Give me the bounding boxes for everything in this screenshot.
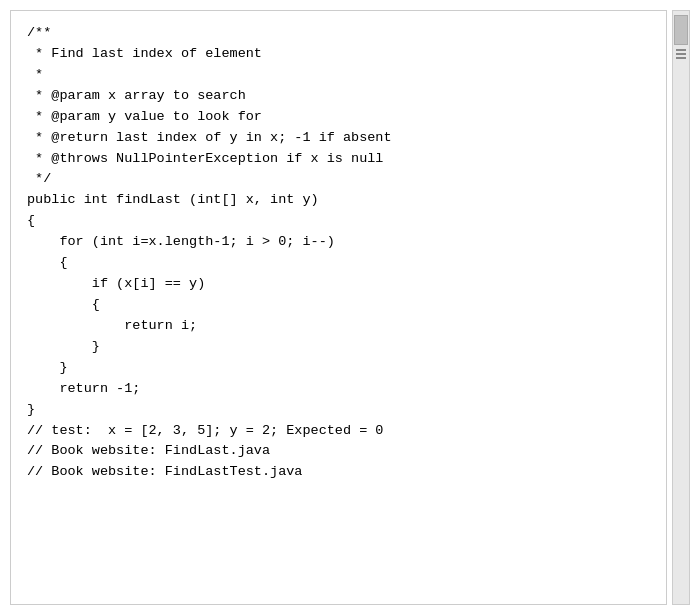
scrollbar-line <box>676 53 686 55</box>
scrollbar-thumb[interactable] <box>674 15 688 45</box>
scrollbar-line <box>676 49 686 51</box>
code-panel[interactable]: /** * Find last index of element * * @pa… <box>10 10 667 605</box>
scrollbar-line <box>676 57 686 59</box>
scrollbar-lines <box>676 49 686 59</box>
main-container: /** * Find last index of element * * @pa… <box>0 0 700 615</box>
scrollbar[interactable] <box>672 10 690 605</box>
code-block: /** * Find last index of element * * @pa… <box>27 23 650 483</box>
